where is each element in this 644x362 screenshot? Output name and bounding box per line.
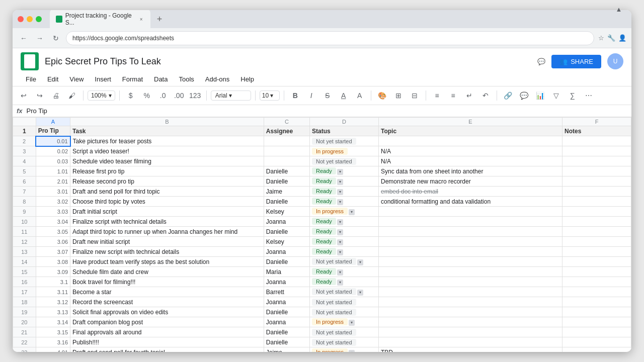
cell-assignee[interactable]: Joanna (264, 277, 309, 287)
cell-pro-tip[interactable]: 3.13 (36, 307, 70, 317)
profile-icon[interactable]: 👤 (618, 34, 626, 42)
cell-topic[interactable] (378, 237, 562, 247)
cell-topic[interactable] (378, 287, 562, 297)
header-pro-tip[interactable]: Pro Tip (36, 126, 70, 136)
cell-pro-tip[interactable]: 2.01 (36, 176, 70, 187)
align-button[interactable]: ≡ (430, 88, 444, 103)
status-dropdown-arrow[interactable]: ▾ (337, 239, 343, 245)
cell-assignee[interactable] (264, 146, 309, 156)
redo-button[interactable]: ↪ (33, 88, 47, 103)
col-header-C[interactable]: C (264, 118, 309, 126)
cell-status[interactable]: Not yet started▾ (310, 257, 379, 267)
format-123-button[interactable]: 123 (188, 88, 202, 103)
cell-topic[interactable] (378, 337, 562, 347)
menu-tools[interactable]: Tools (174, 73, 199, 85)
cell-task[interactable]: Become a star (70, 287, 264, 297)
cell-topic[interactable] (378, 207, 562, 217)
cell-pro-tip[interactable]: 0.02 (36, 146, 70, 156)
cell-task[interactable]: Draft and send poll for third topic (70, 187, 264, 197)
menu-format[interactable]: Format (117, 73, 148, 85)
cell-notes[interactable] (562, 347, 631, 352)
italic-button[interactable]: I (304, 88, 318, 103)
cell-assignee[interactable]: Joanna (264, 297, 309, 307)
cell-pro-tip[interactable]: 0.01 (36, 136, 70, 146)
cell-notes[interactable] (562, 176, 631, 187)
cell-notes[interactable] (562, 146, 631, 156)
cell-notes[interactable] (562, 156, 631, 166)
cell-task[interactable]: Choose third topic by votes (70, 197, 264, 207)
cell-task[interactable]: Publish!!!! (70, 337, 264, 347)
cell-status[interactable]: Ready▾ (310, 217, 379, 227)
cell-topic[interactable]: N/A (378, 156, 562, 166)
menu-data[interactable]: Data (149, 73, 173, 85)
cell-pro-tip[interactable]: 1.01 (36, 166, 70, 176)
cell-topic[interactable]: embed doc into email (378, 187, 562, 197)
cell-task[interactable]: Schedule film date and crew (70, 267, 264, 277)
spreadsheet-container[interactable]: A B C D E F 1 Pro Tip (13, 117, 631, 352)
tab-close-button[interactable]: × (138, 16, 144, 23)
decrease-decimal-button[interactable]: .0 (156, 88, 170, 103)
zoom-selector[interactable]: 100% ▾ (88, 90, 115, 101)
cell-notes[interactable] (562, 317, 631, 327)
cell-status[interactable]: Ready▾ (310, 166, 379, 176)
cell-status[interactable]: In progress▾ (310, 347, 379, 352)
cell-task[interactable]: Adapt third topic to runner up when Joan… (70, 227, 264, 237)
cell-task[interactable]: Draft initial script (70, 207, 264, 217)
wrap-button[interactable]: ↵ (462, 88, 476, 103)
chart-button[interactable]: 📊 (533, 88, 547, 103)
cell-pro-tip[interactable]: 3.03 (36, 207, 70, 217)
cell-status[interactable]: In progress▾ (310, 207, 379, 217)
header-notes[interactable]: Notes (562, 126, 631, 136)
cell-task[interactable]: Draft new initial script (70, 237, 264, 247)
fill-color-button[interactable]: 🎨 (375, 88, 389, 103)
cell-topic[interactable] (378, 136, 562, 146)
status-dropdown-arrow[interactable]: ▾ (337, 269, 343, 276)
cell-notes[interactable] (562, 287, 631, 297)
cell-task[interactable]: Record the screencast (70, 297, 264, 307)
spreadsheet-title[interactable]: Epic Secret Pro Tips To Leak (45, 56, 531, 67)
cell-task[interactable]: Final approvals all around (70, 327, 264, 337)
cell-status[interactable]: In progress (310, 146, 379, 156)
cell-status[interactable]: Not yet started (310, 156, 379, 166)
status-dropdown-arrow[interactable]: ▾ (349, 209, 355, 215)
cell-topic[interactable] (378, 297, 562, 307)
cell-status[interactable]: Not yet started▾ (310, 287, 379, 297)
cell-notes[interactable] (562, 197, 631, 207)
cell-topic[interactable] (378, 217, 562, 227)
cell-notes[interactable] (562, 327, 631, 337)
function-button[interactable]: ∑ (566, 88, 580, 103)
percent-button[interactable]: % (140, 88, 154, 103)
undo-button[interactable]: ↩ (17, 88, 31, 103)
cell-assignee[interactable]: Jaime (264, 347, 309, 352)
cell-task[interactable]: Solicit final approvals on video edits (70, 307, 264, 317)
cell-assignee[interactable]: Danielle (264, 257, 309, 267)
cell-pro-tip[interactable]: 3.04 (36, 217, 70, 227)
cell-pro-tip[interactable]: 3.16 (36, 337, 70, 347)
cell-topic[interactable] (378, 327, 562, 337)
cell-pro-tip[interactable]: 3.06 (36, 237, 70, 247)
cell-notes[interactable] (562, 207, 631, 217)
cell-notes[interactable] (562, 187, 631, 197)
cell-notes[interactable] (562, 277, 631, 287)
status-dropdown-arrow[interactable]: ▾ (349, 320, 355, 326)
status-dropdown-arrow[interactable]: ▾ (357, 290, 363, 296)
cell-pro-tip[interactable]: 4.01 (36, 347, 70, 352)
cell-topic[interactable] (378, 257, 562, 267)
filter-button[interactable]: ▽ (549, 88, 564, 103)
cell-assignee[interactable]: Danielle (264, 327, 309, 337)
header-task[interactable]: Task (70, 126, 264, 136)
cell-task[interactable]: Book travel for filming!!! (70, 277, 264, 287)
menu-view[interactable]: View (64, 73, 89, 85)
cell-assignee[interactable]: Danielle (264, 307, 309, 317)
status-dropdown-arrow[interactable]: ▾ (337, 189, 343, 195)
cell-assignee[interactable]: Joanna (264, 217, 309, 227)
cell-assignee[interactable]: Danielle (264, 166, 309, 176)
menu-help[interactable]: Help (235, 73, 259, 85)
status-dropdown-arrow[interactable]: ▾ (337, 249, 343, 255)
cell-task[interactable]: Schedule video teaser filming (70, 156, 264, 166)
cell-status[interactable]: Ready▾ (310, 227, 379, 237)
cell-status[interactable]: Not yet started (310, 297, 379, 307)
cell-pro-tip[interactable]: 0.03 (36, 156, 70, 166)
font-selector[interactable]: Arial ▾ (211, 90, 251, 101)
cell-assignee[interactable]: Danielle (264, 337, 309, 347)
